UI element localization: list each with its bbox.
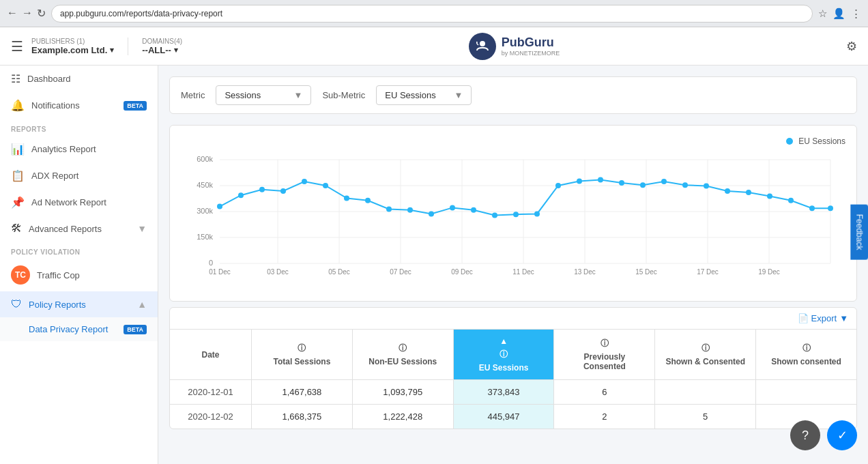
td-prev-1: 6	[554, 380, 655, 404]
sidebar-item-notifications[interactable]: 🔔 Notifications BETA	[0, 92, 158, 119]
th-shown2-label: Shown consented	[771, 357, 841, 366]
svg-text:0: 0	[209, 259, 213, 267]
back-icon[interactable]: ←	[7, 7, 18, 20]
svg-point-37	[555, 183, 561, 188]
domain-selector[interactable]: DOMAINS(4) --ALL-- ▾	[142, 38, 182, 55]
svg-text:11 Dec: 11 Dec	[512, 268, 534, 276]
sidebar-item-dashboard[interactable]: ☷ Dashboard	[0, 66, 158, 92]
export-label: Export	[811, 313, 837, 323]
sidebar-item-adx[interactable]: 📋 ADX Report	[0, 162, 158, 189]
publishers-value[interactable]: Example.com Ltd. ▾	[31, 45, 114, 55]
metric-controls: Metric Sessions ▼ Sub-Metric EU Sessions…	[169, 76, 857, 114]
browser-bar: ← → ↻ app.pubguru.com/reports/data-priva…	[0, 0, 868, 27]
svg-point-49	[809, 205, 815, 211]
svg-point-30	[407, 207, 413, 213]
reports-section: REPORTS	[0, 119, 158, 136]
td-eu-2: 445,947	[454, 405, 555, 429]
export-row: 📄 Export ▼	[170, 308, 856, 330]
sidebar-item-analytics[interactable]: 📊 Analytics Report	[0, 136, 158, 162]
menu-icon[interactable]: ⋮	[851, 8, 861, 20]
feedback-tab[interactable]: Feedback	[851, 205, 868, 260]
policyreports-label: Policy Reports	[29, 300, 130, 310]
th-eu-sessions: ▲ ⓘ EU Sessions	[454, 330, 555, 379]
chart-container: EU Sessions 600k 450k 300k 150k 0	[169, 125, 857, 302]
domains-value[interactable]: --ALL-- ▾	[142, 45, 182, 55]
th-prev-info-icon[interactable]: ⓘ	[601, 338, 609, 349]
th-shown2-info-icon[interactable]: ⓘ	[802, 343, 811, 354]
submetric-select[interactable]: EU Sessions ▼	[376, 85, 472, 105]
th-shown-info-icon[interactable]: ⓘ	[701, 343, 710, 354]
metric-label: Metric	[181, 90, 205, 100]
sidebar-item-trafficcop[interactable]: TC Traffic Cop	[0, 259, 158, 291]
th-eu-sort-icon[interactable]: ▲	[500, 336, 508, 346]
td-prev-2: 2	[554, 405, 655, 429]
svg-point-0	[480, 41, 485, 46]
publishers-chevron-icon: ▾	[110, 46, 114, 55]
trafficcop-avatar: TC	[11, 265, 30, 285]
th-previously-consented: ⓘ Previously Consented	[554, 330, 655, 379]
svg-point-39	[598, 177, 603, 182]
submetric-chevron-icon: ▼	[454, 90, 463, 100]
browser-nav[interactable]: ← → ↻	[7, 7, 46, 20]
policyreports-icon: 🛡	[11, 298, 22, 310]
svg-text:15 Dec: 15 Dec	[635, 268, 657, 276]
domains-label: DOMAINS(4)	[142, 38, 182, 45]
export-button[interactable]: 📄 Export ▼	[798, 313, 848, 323]
logo-name: PubGuru	[502, 35, 560, 50]
th-eu-info-icon[interactable]: ⓘ	[500, 349, 508, 360]
svg-point-25	[302, 179, 307, 184]
analytics-label: Analytics Report	[31, 144, 147, 154]
svg-point-31	[429, 211, 434, 216]
hamburger-icon[interactable]: ☰	[11, 38, 23, 55]
logo-icon	[469, 33, 496, 60]
svg-point-22	[238, 192, 244, 198]
sidebar-item-advanced[interactable]: 🛠 Advanced Reports ▼	[0, 216, 158, 242]
account-icon[interactable]: 👤	[833, 8, 845, 20]
svg-point-47	[767, 193, 772, 199]
th-prev-label: Previously Consented	[562, 352, 646, 371]
svg-point-42	[661, 179, 667, 184]
svg-point-40	[619, 180, 624, 186]
notifications-label: Notifications	[31, 100, 117, 111]
dashboard-icon: ☷	[11, 72, 20, 85]
export-icon: 📄	[798, 313, 809, 323]
svg-text:300k: 300k	[197, 207, 213, 215]
th-non-eu-sessions: ⓘ Non-EU Sessions	[353, 330, 454, 379]
reload-icon[interactable]: ↻	[37, 7, 46, 20]
svg-point-26	[323, 183, 328, 188]
th-shown-consented2: ⓘ Shown consented	[756, 330, 856, 379]
legend-dot	[786, 138, 793, 145]
policy-section: POLICY VIOLATION	[0, 242, 158, 259]
svg-point-27	[344, 195, 349, 201]
svg-point-33	[471, 207, 476, 213]
td-total-1: 1,467,638	[252, 380, 353, 404]
adx-icon: 📋	[11, 169, 25, 182]
chat-messenger-button[interactable]: ✓	[827, 420, 857, 450]
th-total-info-icon[interactable]: ⓘ	[298, 343, 306, 354]
svg-text:19 Dec: 19 Dec	[758, 268, 780, 276]
td-eu-1: 373,843	[454, 380, 555, 404]
forward-icon[interactable]: →	[22, 7, 33, 20]
settings-icon[interactable]: ⚙	[846, 39, 857, 54]
table-row: 2020-12-01 1,467,638 1,093,795 373,843 6	[170, 380, 856, 405]
chart-legend: EU Sessions	[181, 136, 845, 146]
chat-help-button[interactable]: ?	[790, 420, 820, 450]
td-date-1: 2020-12-01	[170, 380, 252, 404]
publisher-selector[interactable]: PUBLISHERS (1) Example.com Ltd. ▾	[31, 38, 128, 55]
star-icon[interactable]: ☆	[818, 8, 827, 20]
svg-text:09 Dec: 09 Dec	[451, 268, 473, 276]
metric-select[interactable]: Sessions ▼	[216, 85, 311, 105]
svg-point-21	[217, 204, 222, 209]
sidebar-item-dataprivacy[interactable]: Data Privacy Report BETA	[0, 317, 158, 341]
logo-sub: by MONETIZEMORE	[502, 50, 560, 57]
advanced-icon: 🛠	[11, 222, 22, 235]
metric-chevron-icon: ▼	[294, 90, 303, 100]
svg-point-35	[513, 212, 519, 217]
address-bar[interactable]: app.pubguru.com/reports/data-privacy-rep…	[51, 5, 813, 23]
sidebar-item-adnetwork[interactable]: 📌 Ad Network Report	[0, 189, 158, 216]
th-noneu-info-icon[interactable]: ⓘ	[399, 343, 407, 354]
feedback-label: Feedback	[855, 214, 865, 250]
td-noneu-1: 1,093,795	[353, 380, 454, 404]
publishers-label: PUBLISHERS (1)	[31, 38, 114, 45]
sidebar-item-policyreports[interactable]: 🛡 Policy Reports ▲	[0, 291, 158, 317]
